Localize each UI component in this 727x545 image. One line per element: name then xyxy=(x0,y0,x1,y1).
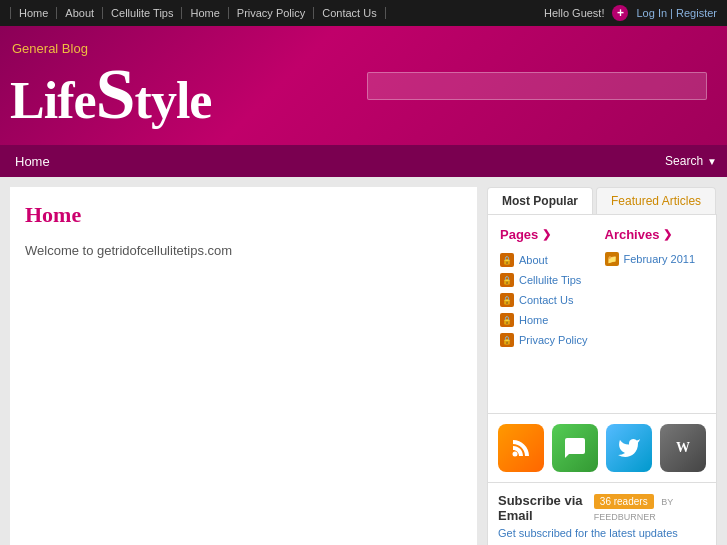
subscribe-subtext[interactable]: Get subscribed for the latest updates xyxy=(498,527,706,539)
nav-item-about[interactable]: About xyxy=(57,7,103,19)
hello-guest-label: Hello Guest! xyxy=(544,7,605,19)
svg-point-0 xyxy=(513,452,518,457)
page-label-home: Home xyxy=(519,314,548,326)
tab-featured-articles[interactable]: Featured Articles xyxy=(596,187,716,214)
pages-label: Pages xyxy=(500,227,538,242)
top-bar: Home About Cellulite Tips Home Privacy P… xyxy=(0,0,727,26)
logo-area: General Blog LifeStyle xyxy=(10,41,211,130)
archives-column: Archives ❯ 📁 February 2011 xyxy=(605,227,705,350)
sidebar: Most Popular Featured Articles Pages ❯ 🔒… xyxy=(487,187,717,545)
subscribe-area: Subscribe via Email 36 readers BY FEEDBU… xyxy=(487,483,717,545)
archive-icon-feb: 📁 xyxy=(605,252,619,266)
page-icon-contact: 🔒 xyxy=(500,293,514,307)
page-label-contact: Contact Us xyxy=(519,294,573,306)
tab-most-popular[interactable]: Most Popular xyxy=(487,187,593,214)
page-icon-privacy: 🔒 xyxy=(500,333,514,347)
pages-header: Pages ❯ xyxy=(500,227,600,242)
nav-item-contact[interactable]: Contact Us xyxy=(314,7,385,19)
nav-item-cellulite[interactable]: Cellulite Tips xyxy=(103,7,182,19)
wp-label: W xyxy=(676,440,690,456)
login-register-link[interactable]: Log In | Register xyxy=(636,7,717,19)
chat-icon[interactable] xyxy=(552,424,598,472)
nav-item-home[interactable]: Home xyxy=(10,7,57,19)
nav-home-label[interactable]: Home xyxy=(10,154,55,169)
sidebar-panel: Pages ❯ 🔒 About 🔒 Cellulite Tips 🔒 Conta… xyxy=(487,214,717,414)
top-right-area: Hello Guest! + Log In | Register xyxy=(544,5,717,21)
page-icon-home: 🔒 xyxy=(500,313,514,327)
page-icon-about: 🔒 xyxy=(500,253,514,267)
header: General Blog LifeStyle xyxy=(0,26,727,145)
nav-item-privacy[interactable]: Privacy Policy xyxy=(229,7,314,19)
logo: LifeStyle xyxy=(10,58,211,130)
plus-icon[interactable]: + xyxy=(612,5,628,21)
page-link-home[interactable]: 🔒 Home xyxy=(500,310,600,330)
page-label-about: About xyxy=(519,254,548,266)
rss-icon[interactable] xyxy=(498,424,544,472)
main-content: Home Welcome to getridofcellulitetips.co… xyxy=(10,187,477,545)
page-link-contact[interactable]: 🔒 Contact Us xyxy=(500,290,600,310)
readers-badge: 36 readers xyxy=(594,494,654,509)
pages-column: Pages ❯ 🔒 About 🔒 Cellulite Tips 🔒 Conta… xyxy=(500,227,600,350)
page-link-privacy[interactable]: 🔒 Privacy Policy xyxy=(500,330,600,350)
logo-life: Life xyxy=(10,72,96,129)
logo-big-s: S xyxy=(96,54,135,134)
tabs: Most Popular Featured Articles xyxy=(487,187,717,214)
search-button[interactable]: Search ▼ xyxy=(665,154,717,168)
twitter-icon[interactable] xyxy=(606,424,652,472)
sidebar-cols: Pages ❯ 🔒 About 🔒 Cellulite Tips 🔒 Conta… xyxy=(500,227,704,350)
content-wrapper: Home Welcome to getridofcellulitetips.co… xyxy=(0,177,727,545)
archive-link-feb2011[interactable]: 📁 February 2011 xyxy=(605,250,705,268)
welcome-text: Welcome to getridofcellulitetips.com xyxy=(25,243,462,258)
page-label-privacy: Privacy Policy xyxy=(519,334,587,346)
search-arrow-icon: ▼ xyxy=(707,156,717,167)
search-label: Search xyxy=(665,154,703,168)
wordpress-icon[interactable]: W xyxy=(660,424,706,472)
pages-arrow-icon: ❯ xyxy=(542,228,551,241)
archive-label-feb: February 2011 xyxy=(624,253,696,265)
nav-item-home2[interactable]: Home xyxy=(182,7,228,19)
logo-tyle: tyle xyxy=(135,72,212,129)
subscribe-title-row: Subscribe via Email 36 readers BY FEEDBU… xyxy=(498,493,706,523)
archives-label: Archives xyxy=(605,227,660,242)
subscribe-title: Subscribe via Email xyxy=(498,493,594,523)
page-icon-cellulite: 🔒 xyxy=(500,273,514,287)
page-label-cellulite: Cellulite Tips xyxy=(519,274,581,286)
archives-header: Archives ❯ xyxy=(605,227,705,242)
page-link-about[interactable]: 🔒 About xyxy=(500,250,600,270)
page-link-cellulite[interactable]: 🔒 Cellulite Tips xyxy=(500,270,600,290)
header-search-input[interactable] xyxy=(367,72,707,100)
social-icons: W xyxy=(487,414,717,483)
archives-arrow-icon: ❯ xyxy=(663,228,672,241)
page-title: Home xyxy=(25,202,462,228)
top-nav: Home About Cellulite Tips Home Privacy P… xyxy=(10,7,386,19)
nav-bar: Home Search ▼ xyxy=(0,145,727,177)
